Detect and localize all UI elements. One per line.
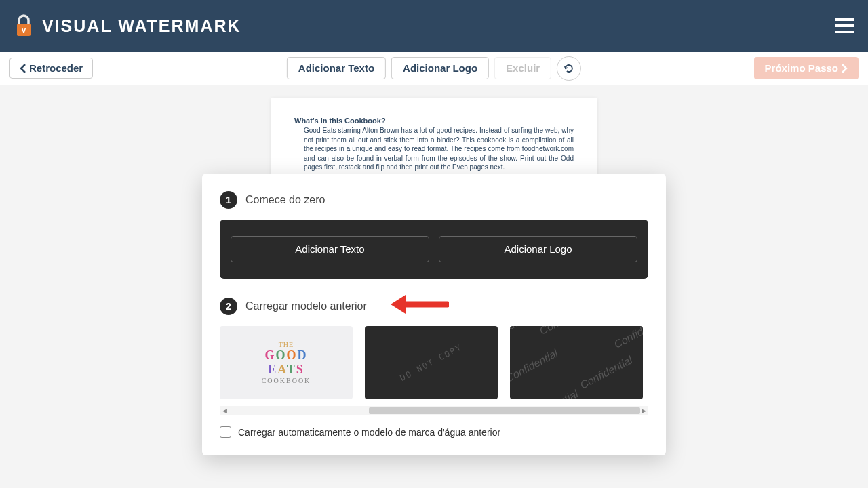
chevron-right-icon <box>841 64 848 73</box>
step-badge-1: 1 <box>220 191 237 209</box>
next-step-button: Próximo Passo <box>754 57 859 79</box>
section-1-header: 1 Comece do zero <box>220 191 648 209</box>
hamburger-menu-icon[interactable] <box>835 18 854 33</box>
undo-button[interactable] <box>557 56 581 81</box>
auto-load-label: Carregar automaticamente o modelo de mar… <box>238 427 500 438</box>
back-button[interactable]: Retroceder <box>9 58 93 79</box>
confidential-pattern: Confidential Confidential Confidential C… <box>510 326 643 399</box>
ck-the: THE <box>262 341 311 348</box>
template-do-not-copy[interactable]: DO NOT COPY <box>365 326 498 399</box>
template-confidential[interactable]: Confidential Confidential Confidential C… <box>510 326 643 399</box>
templates-scrollbar[interactable]: ◀ ▶ <box>220 406 648 415</box>
svg-rect-2 <box>835 18 854 21</box>
section-2-header: 2 Carregar modelo anterior <box>220 298 648 315</box>
start-from-scratch-panel: Adicionar Texto Adicionar Logo <box>220 220 648 279</box>
back-label: Retroceder <box>29 62 83 74</box>
scroll-left-icon[interactable]: ◀ <box>220 406 229 415</box>
ck-sub: COOKBOOK <box>262 377 311 384</box>
chevron-left-icon <box>20 64 26 73</box>
svg-rect-3 <box>835 24 854 27</box>
add-logo-button[interactable]: Adicionar Logo <box>391 57 489 79</box>
app-header: v VISUAL WATERMARK <box>0 0 868 52</box>
modal-add-logo-button[interactable]: Adicionar Logo <box>439 236 637 262</box>
do-not-copy-text: DO NOT COPY <box>399 342 464 383</box>
toolbar-center: Adicionar Texto Adicionar Logo Excluir <box>287 56 581 81</box>
scroll-right-icon[interactable]: ▶ <box>639 406 648 415</box>
doc-title: What's in this Cookbook? <box>294 117 574 125</box>
annotation-arrow-icon <box>388 291 449 318</box>
modal-add-text-button[interactable]: Adicionar Texto <box>231 236 429 262</box>
add-text-button[interactable]: Adicionar Texto <box>287 57 386 79</box>
auto-load-checkbox[interactable] <box>220 426 231 438</box>
brand-title: VISUAL WATERMARK <box>42 16 241 36</box>
ck-good: GOOD <box>262 348 311 363</box>
template-cookbook[interactable]: THE GOOD EATS COOKBOOK <box>220 326 353 399</box>
ck-eats: EATS <box>262 363 311 377</box>
next-label: Próximo Passo <box>765 62 838 74</box>
toolbar: Retroceder Adicionar Texto Adicionar Log… <box>0 52 868 85</box>
lock-icon: v <box>14 14 34 37</box>
doc-body: Good Eats starring Alton Brown has a lot… <box>294 126 574 172</box>
section-2-label: Carregar modelo anterior <box>245 300 367 312</box>
delete-button: Excluir <box>494 57 551 79</box>
undo-icon <box>564 63 574 74</box>
scrollbar-thumb[interactable] <box>369 407 640 414</box>
auto-load-row: Carregar automaticamente o modelo de mar… <box>220 426 648 438</box>
svg-text:v: v <box>22 26 26 34</box>
brand: v VISUAL WATERMARK <box>14 14 241 37</box>
templates-row: THE GOOD EATS COOKBOOK DO NOT COPY Confi… <box>220 326 648 399</box>
template-modal: 1 Comece do zero Adicionar Texto Adicion… <box>202 174 666 455</box>
section-1-label: Comece do zero <box>245 194 325 206</box>
svg-rect-4 <box>835 30 854 33</box>
cookbook-logo: THE GOOD EATS COOKBOOK <box>262 341 311 384</box>
step-badge-2: 2 <box>220 298 237 315</box>
